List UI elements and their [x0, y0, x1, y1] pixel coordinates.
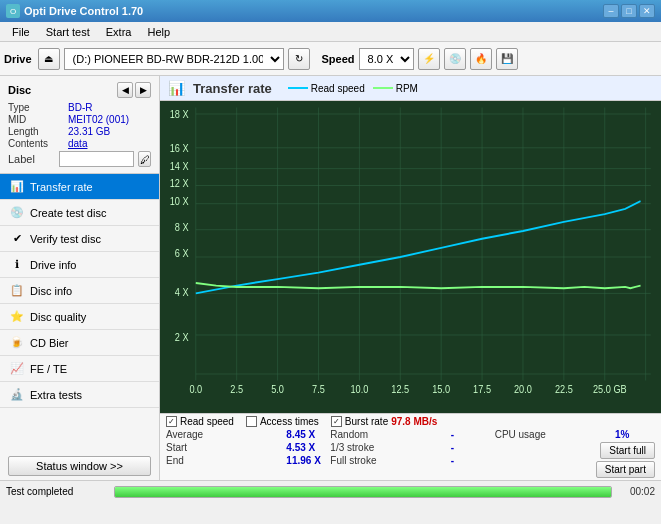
- disc-icon1[interactable]: ◀: [117, 82, 133, 98]
- label-label: Label: [8, 153, 55, 165]
- type-value: BD-R: [68, 102, 151, 113]
- nav-disc-quality[interactable]: ⭐ Disc quality: [0, 304, 159, 330]
- svg-text:16 X: 16 X: [170, 141, 189, 154]
- drive-select[interactable]: (D:) PIONEER BD-RW BDR-212D 1.00: [64, 48, 284, 70]
- sidebar: Disc ◀ ▶ Type BD-R MID MEIT02 (001) Leng…: [0, 76, 160, 480]
- checkboxes-row: ✓ Read speed Access times ✓ Burst rate 9…: [166, 416, 655, 427]
- svg-text:6 X: 6 X: [175, 246, 189, 259]
- disc-read-icon[interactable]: 💿: [444, 48, 466, 70]
- close-button[interactable]: ✕: [639, 4, 655, 18]
- full-stroke-value: -: [451, 455, 491, 466]
- legend-rpm: RPM: [373, 83, 418, 94]
- nav-verify-test-disc[interactable]: ✔ Verify test disc: [0, 226, 159, 252]
- drive-eject-icon[interactable]: ⏏: [38, 48, 60, 70]
- nav-label-cd-bier: CD Bier: [30, 337, 69, 349]
- stats-col-1: Average 8.45 X Start 4.53 X End 11.96 X: [166, 429, 326, 478]
- svg-text:10 X: 10 X: [170, 194, 189, 207]
- svg-text:12 X: 12 X: [170, 176, 189, 189]
- disc-info-icon: 📋: [10, 284, 24, 298]
- svg-text:5.0: 5.0: [271, 382, 284, 395]
- access-times-checkbox-item[interactable]: Access times: [246, 416, 319, 427]
- read-speed-checkbox[interactable]: ✓: [166, 416, 177, 427]
- start-part-button[interactable]: Start part: [596, 461, 655, 478]
- svg-text:2 X: 2 X: [175, 330, 189, 343]
- end-label: End: [166, 455, 184, 466]
- svg-text:15.0: 15.0: [432, 382, 450, 395]
- nav-drive-info[interactable]: ℹ Drive info: [0, 252, 159, 278]
- nav-cd-bier[interactable]: 🍺 CD Bier: [0, 330, 159, 356]
- nav-disc-info[interactable]: 📋 Disc info: [0, 278, 159, 304]
- burst-rate-checkbox-label: Burst rate: [345, 416, 388, 427]
- menu-extra[interactable]: Extra: [98, 24, 140, 40]
- drive-label: Drive: [4, 53, 32, 65]
- status-window-button[interactable]: Status window >>: [8, 456, 151, 476]
- create-test-disc-icon: 💿: [10, 206, 24, 220]
- stats-bar: ✓ Read speed Access times ✓ Burst rate 9…: [160, 413, 661, 480]
- svg-text:25.0 GB: 25.0 GB: [593, 382, 627, 395]
- speed-label: Speed: [322, 53, 355, 65]
- chart-title: Transfer rate: [193, 81, 272, 96]
- label-input[interactable]: [59, 151, 134, 167]
- average-label: Average: [166, 429, 203, 440]
- status-text: Test completed: [6, 486, 106, 497]
- svg-text:14 X: 14 X: [170, 159, 189, 172]
- legend-rpm-label: RPM: [396, 83, 418, 94]
- stroke-1-3-value: -: [451, 442, 491, 453]
- chart-legend: Read speed RPM: [288, 83, 418, 94]
- svg-text:8 X: 8 X: [175, 220, 189, 233]
- nav-label-disc-info: Disc info: [30, 285, 72, 297]
- save-icon[interactable]: 💾: [496, 48, 518, 70]
- cd-bier-icon: 🍺: [10, 336, 24, 350]
- nav-create-test-disc[interactable]: 💿 Create test disc: [0, 200, 159, 226]
- contents-value[interactable]: data: [68, 138, 151, 149]
- stats-col-3: CPU usage 1% Start full Start part: [495, 429, 655, 478]
- stats-col-2: Random - 1/3 stroke - Full stroke -: [330, 429, 490, 478]
- menu-file[interactable]: File: [4, 24, 38, 40]
- access-times-checkbox-label: Access times: [260, 416, 319, 427]
- speed-select[interactable]: 8.0 X: [359, 48, 414, 70]
- read-speed-checkbox-item[interactable]: ✓ Read speed: [166, 416, 234, 427]
- verify-test-disc-icon: ✔: [10, 232, 24, 246]
- start-full-button[interactable]: Start full: [600, 442, 655, 459]
- nav-label-drive-info: Drive info: [30, 259, 76, 271]
- rpm-color: [373, 87, 393, 89]
- label-edit-icon[interactable]: 🖊: [138, 151, 151, 167]
- type-label: Type: [8, 102, 68, 113]
- start-value: 4.53 X: [286, 442, 326, 453]
- burst-rate-checkbox[interactable]: ✓: [331, 416, 342, 427]
- menu-help[interactable]: Help: [139, 24, 178, 40]
- speed-set-icon[interactable]: ⚡: [418, 48, 440, 70]
- full-stroke-label: Full stroke: [330, 455, 376, 466]
- title-bar: O Opti Drive Control 1.70 – □ ✕: [0, 0, 661, 22]
- svg-text:10.0: 10.0: [350, 382, 368, 395]
- app-icon: O: [6, 4, 20, 18]
- nav-label-fe-te: FE / TE: [30, 363, 67, 375]
- progress-bar: [114, 486, 612, 498]
- drive-info-icon: ℹ: [10, 258, 24, 272]
- random-value: -: [451, 429, 491, 440]
- access-times-checkbox[interactable]: [246, 416, 257, 427]
- toolbar: Drive ⏏ (D:) PIONEER BD-RW BDR-212D 1.00…: [0, 42, 661, 76]
- minimize-button[interactable]: –: [603, 4, 619, 18]
- nav-label-transfer-rate: Transfer rate: [30, 181, 93, 193]
- nav-label-extra-tests: Extra tests: [30, 389, 82, 401]
- nav-extra-tests[interactable]: 🔬 Extra tests: [0, 382, 159, 408]
- maximize-button[interactable]: □: [621, 4, 637, 18]
- menu-bar: File Start test Extra Help: [0, 22, 661, 42]
- status-bar: Test completed 00:02: [0, 480, 661, 502]
- svg-text:0.0: 0.0: [189, 382, 202, 395]
- nav-transfer-rate[interactable]: 📊 Transfer rate: [0, 174, 159, 200]
- transfer-rate-icon: 📊: [10, 180, 24, 194]
- random-label: Random: [330, 429, 368, 440]
- svg-text:7.5: 7.5: [312, 382, 325, 395]
- length-label: Length: [8, 126, 68, 137]
- disc-icon2[interactable]: ▶: [135, 82, 151, 98]
- start-label: Start: [166, 442, 187, 453]
- nav-fe-te[interactable]: 📈 FE / TE: [0, 356, 159, 382]
- burst-rate-checkbox-item[interactable]: ✓ Burst rate 97.8 MB/s: [331, 416, 438, 427]
- disc-title: Disc: [8, 84, 31, 96]
- refresh-icon[interactable]: ↻: [288, 48, 310, 70]
- burn-icon[interactable]: 🔥: [470, 48, 492, 70]
- menu-start-test[interactable]: Start test: [38, 24, 98, 40]
- chart-container: 18 X 16 X 14 X 12 X 10 X 8 X 6 X 4 X 2 X: [160, 101, 661, 413]
